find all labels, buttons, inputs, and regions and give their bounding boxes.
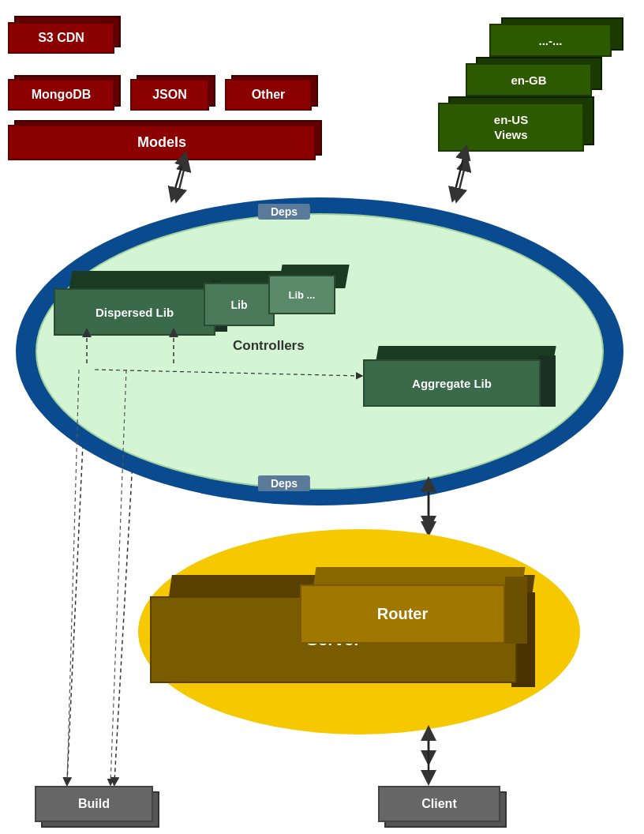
architecture-diagram: S3 CDN MongoDB JSON Other Models ...-...… bbox=[0, 0, 644, 834]
svg-line-10 bbox=[453, 156, 464, 199]
router-side bbox=[505, 577, 527, 644]
other-box: Other bbox=[225, 79, 312, 111]
deps-top-label: Deps bbox=[258, 204, 310, 220]
s3-cdn-box: S3 CDN bbox=[8, 22, 114, 54]
svg-line-9 bbox=[172, 162, 183, 199]
models-box: Models bbox=[8, 125, 316, 160]
dispersed-lib-box: Dispersed Lib bbox=[54, 288, 215, 336]
mongodb-box: MongoDB bbox=[8, 79, 114, 111]
svg-line-0 bbox=[178, 163, 185, 196]
svg-line-1 bbox=[458, 163, 466, 196]
aggregate-lib-box: Aggregate Lib bbox=[363, 359, 541, 407]
json-box: JSON bbox=[130, 79, 209, 111]
dotdot-box: ...-... bbox=[489, 24, 612, 57]
client-box: Client bbox=[378, 786, 500, 822]
enus-views-box: en-US Views bbox=[438, 103, 584, 152]
deps-bottom-label: Deps bbox=[258, 475, 310, 491]
lib-box: Lib bbox=[204, 283, 275, 326]
router-box: Router bbox=[300, 584, 505, 644]
lib-dots-box: Lib ... bbox=[268, 275, 335, 314]
agg-lib-side bbox=[538, 355, 556, 407]
controllers-label: Controllers bbox=[233, 338, 305, 354]
engb-box: en-GB bbox=[466, 63, 592, 96]
build-box: Build bbox=[35, 786, 153, 822]
